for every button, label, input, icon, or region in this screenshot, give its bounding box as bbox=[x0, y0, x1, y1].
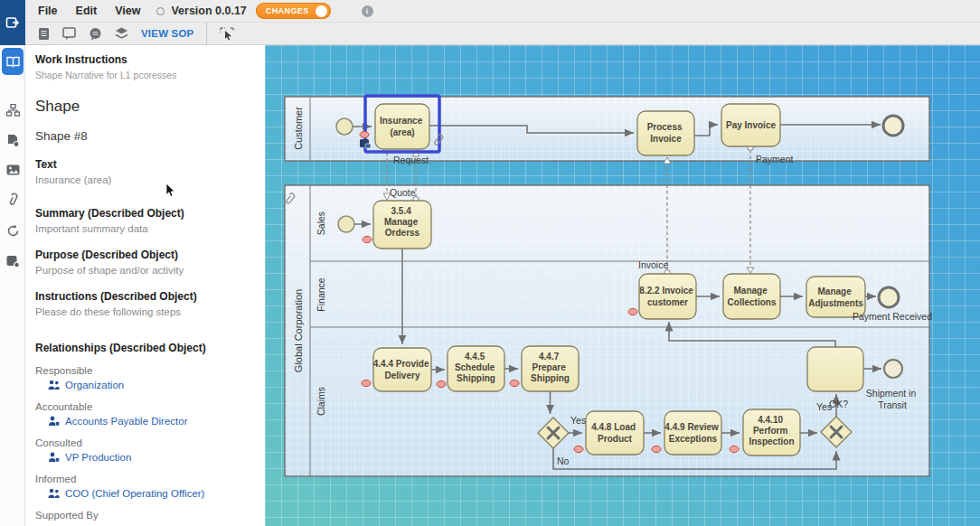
menu-file[interactable]: File bbox=[25, 5, 67, 17]
event-shipment-in-transit[interactable] bbox=[884, 360, 902, 378]
comment-tool-button[interactable] bbox=[62, 27, 76, 40]
person-badge-icon bbox=[48, 452, 60, 463]
end-event-customer[interactable] bbox=[883, 116, 903, 136]
annotation-dot[interactable] bbox=[510, 380, 519, 386]
view-sop-button[interactable]: VIEW SOP bbox=[141, 28, 193, 39]
task-invoice-customer[interactable]: 8.2.2 Invoice customer bbox=[639, 274, 696, 319]
accounts-payable-director-link-text: Accounts Payable Director bbox=[65, 416, 188, 427]
annotation-dot[interactable] bbox=[362, 380, 371, 386]
task-provide-delivery[interactable]: 4.4.4 Provide Delivery bbox=[373, 348, 431, 391]
task-label-line: Inspection bbox=[749, 437, 794, 446]
annotation-dot[interactable] bbox=[652, 446, 661, 452]
menubar: File Edit View Version 0.0.17 CHANGES i bbox=[25, 0, 980, 23]
purpose-value: Purpose of shape and/or activity bbox=[35, 265, 254, 276]
task-label-line: (area) bbox=[390, 127, 414, 137]
refresh-gear-icon bbox=[6, 224, 20, 238]
link-vp-production[interactable]: VP Production bbox=[48, 452, 254, 463]
organization-link-text: Organization bbox=[65, 380, 124, 390]
annotation-dot[interactable] bbox=[574, 446, 583, 452]
task-manage-orders[interactable]: 3.5.4 Manage Orderss bbox=[373, 201, 431, 249]
label-yes1: Yes bbox=[570, 415, 586, 426]
annotation-dot[interactable] bbox=[360, 131, 369, 137]
version-status-icon bbox=[156, 7, 165, 15]
menu-edit[interactable]: Edit bbox=[67, 5, 107, 17]
shape-value: Shape #8 bbox=[35, 129, 254, 143]
sidebar-item-document-settings[interactable] bbox=[6, 134, 20, 147]
task-schedule-shipping[interactable]: 4.4.5 Schedule Shipping bbox=[448, 346, 504, 391]
start-event-sales[interactable] bbox=[338, 216, 354, 232]
task-pay-invoice[interactable]: Pay Invoice bbox=[721, 104, 780, 146]
sidebar-item-history[interactable] bbox=[6, 224, 20, 238]
app-logo-tile[interactable] bbox=[0, 0, 25, 45]
task-label-line: 4.4.8 Load bbox=[591, 422, 636, 432]
task-label-line: Exceptions bbox=[669, 434, 718, 444]
task-prepare-shipping[interactable]: 4.4.7 Prepare Shipping bbox=[522, 346, 579, 391]
annotation-dot[interactable] bbox=[437, 380, 446, 387]
annotation-dot[interactable] bbox=[363, 236, 372, 242]
task-label-line: Shipping bbox=[531, 373, 570, 383]
task-label-line: 3.5.4 bbox=[391, 206, 411, 216]
notes-tool-button[interactable] bbox=[38, 27, 50, 41]
label-ok: OK? bbox=[829, 399, 848, 409]
instructions-value: Please do these following steps bbox=[35, 306, 254, 317]
text-label: Text bbox=[35, 158, 254, 171]
link-coo[interactable]: COO (Chief Operating Officer) bbox=[48, 488, 254, 499]
link-accounts-payable-director[interactable]: Accounts Payable Director bbox=[48, 416, 254, 427]
role-consulted: Consulted bbox=[35, 437, 254, 448]
task-label-line: Perform bbox=[753, 426, 787, 436]
task-label-line: Shipping bbox=[457, 373, 495, 383]
task-label-line: 4.4.9 Review bbox=[664, 422, 719, 432]
changes-label: CHANGES bbox=[266, 6, 309, 15]
label-payment-received: Payment Received bbox=[853, 311, 932, 322]
task-manage-collections[interactable]: Manage Collections bbox=[723, 274, 780, 319]
task-unnamed[interactable] bbox=[807, 347, 863, 391]
version-label: Version 0.0.17 bbox=[171, 5, 246, 17]
toolbar: VIEW SOP bbox=[25, 23, 980, 45]
image-card-icon bbox=[6, 164, 20, 175]
purpose-label: Purpose (Described Object) bbox=[35, 249, 254, 261]
task-review-exceptions[interactable]: 4.4.9 Review Exceptions bbox=[664, 411, 721, 455]
comment-indicator-icon bbox=[365, 144, 371, 148]
task-label-line: 4.4.10 bbox=[758, 415, 783, 425]
changes-toggle[interactable]: CHANGES bbox=[256, 3, 331, 19]
summary-label: Summary (Described Object) bbox=[35, 207, 254, 220]
label-quote: Quote bbox=[390, 187, 416, 198]
task-label-line: Product bbox=[598, 434, 632, 444]
label-no1: No bbox=[557, 456, 570, 466]
annotation-dot[interactable] bbox=[730, 446, 739, 452]
task-process-invoice[interactable]: Process Invoice bbox=[637, 111, 694, 155]
end-event-payment-received[interactable] bbox=[879, 287, 899, 307]
select-cursor-icon bbox=[220, 27, 234, 41]
person-badge-icon bbox=[48, 416, 60, 427]
annotation-dot[interactable] bbox=[628, 308, 637, 315]
sidebar-item-links[interactable] bbox=[7, 193, 18, 207]
lane-finance-label: Finance bbox=[316, 277, 326, 312]
task-perform-inspection[interactable]: 4.4.10 Perform Inspection bbox=[743, 409, 800, 456]
task-label-line: Pay Invoice bbox=[726, 120, 776, 130]
sidebar-item-components[interactable] bbox=[6, 255, 20, 268]
task-label-line: 4.4.5 bbox=[465, 352, 485, 362]
sidebar-item-media[interactable] bbox=[6, 164, 20, 175]
label-line: Transit bbox=[878, 399, 907, 410]
menu-view[interactable]: View bbox=[106, 5, 149, 17]
sidebar-item-work-instructions[interactable] bbox=[2, 48, 24, 75]
layers-tool-button[interactable] bbox=[115, 27, 128, 40]
diagram-canvas[interactable]: Customer Global Corporation Sales Financ… bbox=[265, 45, 980, 526]
sidebar-item-hierarchy[interactable] bbox=[6, 104, 20, 117]
task-insurance[interactable]: Insurance (area) bbox=[375, 104, 429, 149]
chat-circle-icon bbox=[89, 27, 102, 41]
link-organization[interactable]: Organization bbox=[48, 380, 254, 390]
pool-customer-label: Customer bbox=[293, 107, 304, 150]
select-tool-button[interactable] bbox=[220, 27, 234, 41]
info-icon[interactable]: i bbox=[362, 5, 373, 17]
label-line: Shipment in bbox=[866, 388, 917, 399]
task-load-product[interactable]: 4.4.8 Load Product bbox=[586, 411, 644, 455]
panel-title: Work Instructions bbox=[35, 53, 254, 66]
lane-sales-label: Sales bbox=[316, 211, 326, 235]
left-rail bbox=[0, 0, 25, 526]
chat-tool-button[interactable] bbox=[89, 27, 102, 41]
version-indicator[interactable]: Version 0.0.17 bbox=[156, 5, 246, 17]
work-instructions-panel: Work Instructions Shape Narrative for L1… bbox=[25, 45, 265, 526]
task-label-line: Manage bbox=[733, 286, 768, 296]
start-event-customer[interactable] bbox=[336, 118, 353, 135]
